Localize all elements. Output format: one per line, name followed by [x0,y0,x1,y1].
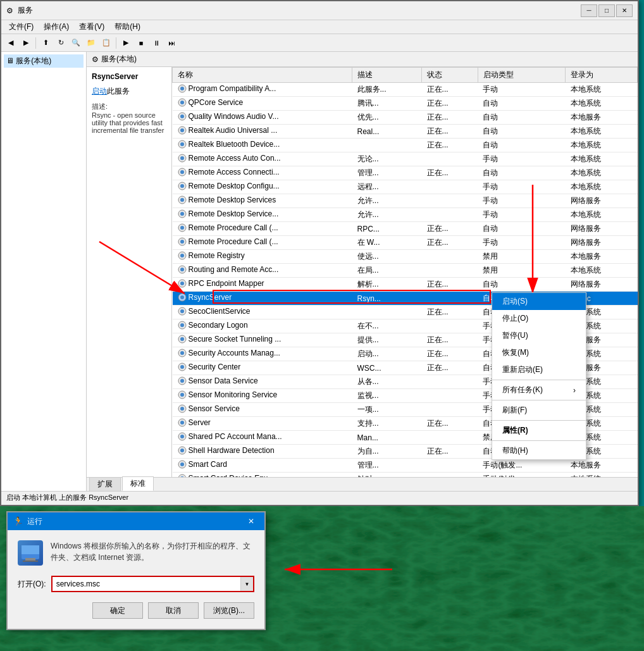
context-menu-item[interactable]: 重新启动(E) [492,361,586,378]
toolbar-restart[interactable]: ⏭ [164,36,178,50]
link-suffix: 此服务 [107,87,130,96]
run-input-row: 打开(O): ▼ [18,576,254,592]
svg-point-53 [180,449,184,452]
run-icon-area: Windows 将根据你所输入的名称，为你打开相应的程序、文件夹、文档或 Int… [18,540,254,566]
tab-expand[interactable]: 扩展 [89,477,121,491]
tab-standard[interactable]: 标准 [122,476,154,491]
menu-action[interactable]: 操作(A) [39,20,74,34]
table-row[interactable]: RPC Endpoint Mapper解析...正在...自动网络服务 [173,278,638,292]
run-dialog: 🏃 运行 ✕ Windows 将根据你所输入的名称，为你打开相应的程序、文件夹、… [6,511,266,630]
context-menu-item[interactable]: 刷新(F) [492,402,586,419]
context-menu-item[interactable]: 启动(S) [492,293,586,310]
table-row[interactable]: Smart Card Device Enu...针对...手动(触发...本地系… [173,473,638,478]
svg-point-37 [180,337,184,341]
col-login[interactable]: 登录为 [566,68,638,83]
context-menu-item[interactable]: 暂停(U) [492,327,586,344]
table-row[interactable]: Remote Desktop Services允许...手动网络服务 [173,194,638,208]
svg-point-47 [180,407,184,411]
service-name-title: RsyncServer [92,72,166,81]
context-menu-item[interactable]: 恢复(M) [492,344,586,361]
col-name[interactable]: 名称 [173,68,352,83]
table-row[interactable]: Remote Access Auto Con...无论...手动本地系统 [173,152,638,166]
svg-point-17 [180,198,184,202]
svg-point-19 [180,212,184,216]
menu-help[interactable]: 帮助(H) [109,20,146,34]
run-dialog-icon: 🏃 [13,516,23,526]
table-row[interactable]: Remote Procedure Call (...RPC...正在...自动网… [173,222,638,236]
left-info-panel: RsyncServer 启动此服务 描述: Rsync - open sourc… [87,67,172,477]
table-row[interactable]: Remote Procedure Call (...在 W...正在...手动网… [173,236,638,250]
svg-point-49 [180,421,184,425]
context-menu-separator [492,420,586,421]
toolbar-sep1 [35,37,36,49]
svg-point-39 [180,351,184,355]
context-menu-item[interactable]: 帮助(H) [492,442,586,459]
svg-point-25 [180,254,184,257]
col-starttype[interactable]: 启动类型 [478,68,565,83]
tree-item-local[interactable]: 🖥 服务(本地) [4,54,84,68]
table-row[interactable]: Quality Windows Audio V...优先...正在...自动本地… [173,111,638,125]
table-row[interactable]: Remote Registry使远...禁用本地服务 [173,250,638,264]
maximize-button[interactable]: □ [598,4,615,17]
run-cancel-button[interactable]: 取消 [148,602,199,619]
toolbar-play[interactable]: ▶ [119,36,133,50]
table-row[interactable]: QPCore Service腾讯...正在...自动本地系统 [173,97,638,111]
menu-view[interactable]: 查看(V) [74,20,109,34]
address-icon: ⚙ [92,55,99,64]
start-service-link[interactable]: 启动 [92,87,107,96]
table-row[interactable]: Remote Access Connecti...管理...正在...自动本地系… [173,166,638,180]
svg-point-43 [180,379,184,383]
context-menu-item[interactable]: 所有任务(K)› [492,381,586,399]
svg-point-29 [180,282,184,285]
desc-label: 描述: [92,102,108,110]
col-status[interactable]: 状态 [422,68,478,83]
svg-point-41 [180,365,184,369]
table-row[interactable]: Smart Card管理...手动(触发...本地服务 [173,459,638,473]
run-close-button[interactable]: ✕ [243,515,259,528]
svg-point-33 [180,309,184,313]
services-window: ⚙ 服务 ─ □ ✕ 文件(F) 操作(A) 查看(V) 帮助(H) ◀ ▶ ⬆… [0,0,639,506]
toolbar-btn5[interactable]: 📋 [99,36,113,50]
col-desc[interactable]: 描述 [352,68,422,83]
table-row[interactable]: Remote Desktop Service...允许...手动本地系统 [173,208,638,222]
menu-file[interactable]: 文件(F) [4,20,39,34]
table-row[interactable]: Program Compatibility A...此服务...正在...手动本… [173,83,638,97]
tree-item-label: 🖥 服务(本地) [6,56,51,66]
run-open-input[interactable] [53,578,240,590]
svg-point-11 [180,156,184,160]
run-description: Windows 将根据你所输入的名称，为你打开相应的程序、文件夹、文档或 Int… [51,540,254,563]
context-menu-item[interactable]: 属性(R) [492,422,586,439]
table-row[interactable]: Remote Desktop Configu...远程...手动本地系统 [173,180,638,194]
run-browse-button[interactable]: 浏览(B)... [204,602,254,619]
run-dialog-buttons: 确定 取消 浏览(B)... [18,602,254,619]
table-row[interactable]: Realtek Bluetooth Device...正在...自动本地系统 [173,139,638,152]
close-button[interactable]: ✕ [616,4,633,17]
context-menu-separator [492,440,586,441]
context-menu: 启动(S)停止(O)暂停(U)恢复(M)重新启动(E)所有任务(K)›刷新(F)… [492,292,586,460]
toolbar-btn3[interactable]: 🔍 [69,36,83,50]
window-icon: ⚙ [6,6,15,15]
table-row[interactable]: Routing and Remote Acc...在局...禁用本地系统 [173,264,638,278]
toolbar-btn4[interactable]: 📁 [84,36,98,50]
context-menu-item[interactable]: 停止(O) [492,310,586,327]
run-app-icon [18,540,43,566]
toolbar-sep2 [116,37,116,49]
svg-point-9 [180,142,184,146]
svg-rect-67 [25,558,35,561]
svg-point-35 [180,323,184,327]
run-dropdown-button[interactable]: ▼ [240,577,253,591]
status-bar: 启动 本地计算机 上的服务 RsyncServer [1,491,638,504]
toolbar-back[interactable]: ◀ [4,36,18,50]
window-controls: ─ □ ✕ [581,4,633,17]
table-row[interactable]: Realtek Audio Universal ...Real...正在...自… [173,125,638,139]
svg-point-1 [180,87,184,90]
window-title: 服务 [18,5,581,16]
toolbar-up[interactable]: ⬆ [39,36,53,50]
minimize-button[interactable]: ─ [581,4,597,17]
run-ok-button[interactable]: 确定 [92,602,143,619]
toolbar-stop[interactable]: ■ [134,36,148,50]
toolbar-refresh[interactable]: ↻ [54,36,68,50]
toolbar-pause[interactable]: ⏸ [149,36,163,50]
toolbar-forward[interactable]: ▶ [19,36,33,50]
tree-panel: 🖥 服务(本地) [1,52,87,491]
